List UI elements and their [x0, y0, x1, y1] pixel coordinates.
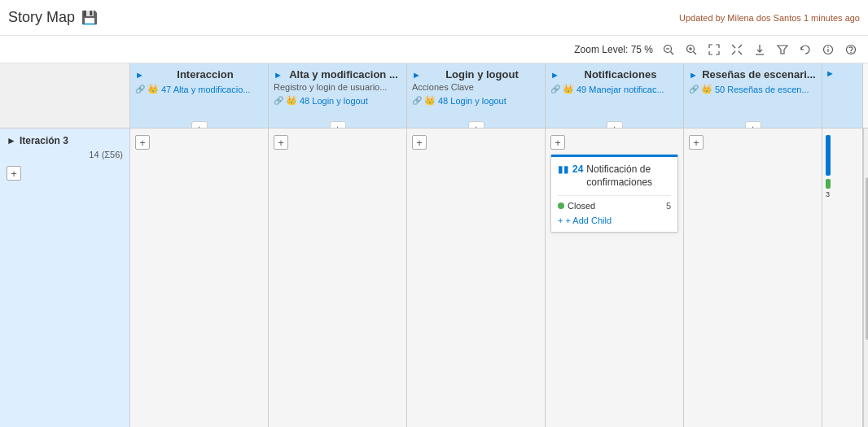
crown-icon-login: 👑 [424, 95, 436, 106]
partial-count: 3 [826, 190, 859, 198]
expand-icon[interactable] [728, 41, 746, 59]
toolbar: Zoom Level: 75 % [0, 36, 868, 63]
app-title: Story Map [8, 9, 75, 26]
svg-point-16 [827, 46, 829, 48]
svg-marker-13 [778, 46, 787, 54]
grid-cell-login: + [407, 129, 546, 427]
crown-icon-alta: 👑 [286, 95, 297, 106]
link-icon-interaccion: 🔗 [135, 85, 145, 94]
link-icon-notif: 🔗 [550, 85, 560, 94]
scrollbar-track[interactable] [863, 129, 868, 427]
link-icon-resenas: 🔗 [689, 85, 699, 94]
refresh-icon[interactable] [796, 41, 814, 59]
col-title-interaccion: Interaccion [147, 68, 263, 81]
col-header-interaccion: ► Interaccion 🔗 👑 47 Alta y modificacio.… [130, 63, 269, 128]
col-subtitle-login: Acciones Clave [407, 82, 545, 94]
add-child-label: + Add Child [565, 216, 612, 225]
app-header: Story Map 💾 Updated by Milena dos Santos… [0, 0, 868, 36]
card-type-icon: ▮▮ [558, 163, 569, 175]
col-add-alta[interactable]: + [330, 121, 346, 129]
col-chevron-login[interactable]: ► [412, 70, 421, 80]
add-card-alta[interactable]: + [274, 135, 288, 150]
help-icon[interactable] [842, 41, 860, 59]
status-label: Closed [568, 201, 595, 211]
zoom-label: Zoom Level: 75 % [574, 44, 653, 55]
crown-icon-notif: 👑 [563, 84, 574, 94]
add-card-interaccion[interactable]: + [135, 135, 150, 150]
svg-line-1 [671, 51, 674, 54]
iteration-chevron: ► [7, 135, 16, 146]
col-child-alta[interactable]: 🔗 👑 48 Login y logout [269, 94, 406, 107]
main-area: ► Interaccion 🔗 👑 47 Alta y modificacio.… [0, 63, 868, 427]
col-child-notif[interactable]: 🔗 👑 49 Manejar notificac... [546, 82, 683, 96]
add-card-resenas[interactable]: + [689, 135, 704, 150]
col-header-partial: ► [822, 63, 863, 128]
svg-line-7 [732, 45, 735, 48]
col-add-interaccion[interactable]: + [191, 121, 208, 129]
card-header: ▮▮ 24 Notificación de confirmaciones [558, 163, 671, 189]
col-chevron-resenas[interactable]: ► [689, 70, 698, 80]
download-icon[interactable] [751, 41, 769, 59]
updated-text: Updated by Milena dos Santos 1 minutes a… [679, 13, 860, 23]
col-chevron-notif[interactable]: ► [550, 70, 559, 80]
header-title-group: Story Map 💾 [8, 9, 98, 26]
col-title-notif: Notificaciones [563, 68, 678, 81]
partial-bar-1 [826, 135, 831, 176]
col-add-login[interactable]: + [468, 121, 484, 129]
card-number[interactable]: 24 [572, 163, 583, 175]
col-add-resenas[interactable]: + [745, 121, 761, 129]
iteration-count: 14 (Σ56) [7, 150, 123, 159]
iteration-label: ► Iteración 3 14 (Σ56) + [0, 129, 130, 427]
col-child-text-notif: 49 Manejar notificac... [576, 85, 664, 94]
svg-line-4 [694, 51, 697, 54]
link-icon-alta: 🔗 [274, 96, 283, 105]
col-child-text-alta: 48 Login y logout [300, 96, 368, 106]
card-notif: ▮▮ 24 Notificación de confirmaciones Clo… [550, 155, 678, 233]
crown-icon-interaccion: 👑 [147, 84, 159, 94]
grid-cell-resenas: + [684, 129, 822, 427]
fit-icon[interactable] [705, 41, 723, 59]
col-child-resenas[interactable]: 🔗 👑 50 Reseñas de escen... [684, 82, 822, 96]
col-child-text-interaccion: 47 Alta y modificacio... [161, 85, 250, 94]
grid-cell-interaccion: + [130, 129, 269, 427]
link-icon-login: 🔗 [412, 96, 422, 105]
iteration-title[interactable]: ► Iteración 3 [7, 135, 123, 146]
col-header-alta: ► Alta y modificacion ... Registro y log… [269, 63, 407, 128]
add-iteration-btn[interactable]: + [7, 166, 21, 181]
svg-line-8 [739, 51, 742, 54]
partial-bar-2 [826, 179, 831, 189]
col-title-alta: Alta y modificacion ... [286, 68, 401, 81]
col-chevron-interaccion[interactable]: ► [135, 70, 144, 80]
content-area: ► Iteración 3 14 (Σ56) + + + + [0, 129, 868, 427]
col-add-notif[interactable]: + [607, 121, 623, 129]
status-count: 5 [666, 201, 671, 211]
col-child-interaccion[interactable]: 🔗 👑 47 Alta y modificacio... [130, 82, 268, 96]
status-dot [558, 203, 564, 209]
card-status-row: Closed 5 [558, 195, 671, 211]
svg-line-10 [732, 51, 735, 54]
svg-line-9 [739, 45, 742, 48]
col-header-notif: ► Notificaciones 🔗 👑 49 Manejar notifica… [546, 63, 684, 128]
col-child-text-login: 48 Login y logout [438, 96, 506, 106]
col-title-resenas: Reseñas de escenari... [701, 68, 817, 81]
col-child-text-resenas: 50 Reseñas de escen... [715, 85, 809, 94]
save-icon[interactable]: 💾 [81, 10, 98, 25]
zoom-in-icon[interactable] [682, 41, 700, 59]
col-child-login[interactable]: 🔗 👑 48 Login y logout [407, 94, 545, 107]
col-subtitle-alta: Registro y login de usuario... [269, 82, 406, 94]
svg-point-18 [850, 51, 852, 53]
add-child-icon: + [558, 216, 563, 225]
row-label-spacer [0, 63, 130, 128]
grid-cell-partial: 3 [822, 129, 863, 427]
add-card-notif[interactable]: + [550, 135, 565, 150]
add-card-login[interactable]: + [412, 135, 427, 150]
add-child-button[interactable]: + + Add Child [558, 216, 671, 225]
zoom-out-icon[interactable] [660, 41, 677, 59]
iteration-title-text: Iteración 3 [20, 135, 68, 146]
info-icon[interactable] [819, 41, 837, 59]
card-title: Notificación de confirmaciones [586, 163, 671, 189]
filter-icon[interactable] [774, 41, 791, 59]
crown-icon-resenas: 👑 [701, 84, 712, 94]
col-chevron-alta[interactable]: ► [274, 70, 283, 80]
col-title-login: Login y logout [424, 68, 540, 81]
